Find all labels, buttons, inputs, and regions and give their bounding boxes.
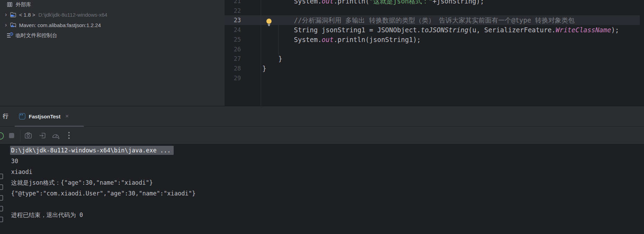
code-editor[interactable]: 21 System.out.println("这就是json格式："+jsonS… <box>225 0 644 106</box>
line-number: 25 <box>225 35 241 44</box>
clipped-console-gutter-icon[interactable] <box>0 206 3 211</box>
run-toolwindow-title: 行 <box>3 106 8 126</box>
camera-snapshot-icon[interactable] <box>25 132 32 139</box>
code-line-22: 22 <box>225 6 644 16</box>
project-tree-panel: 外部库 › < 1.8 > D:\jdk\jdk-8u112-windows-x… <box>0 0 225 106</box>
stop-icon[interactable] <box>9 133 14 138</box>
code-line-21: 21 System.out.println("这就是json格式："+jsonS… <box>225 0 644 6</box>
tree-item-label: 外部库 <box>16 1 31 8</box>
profiler-icon[interactable] <box>52 132 60 139</box>
clipped-console-gutter-icon[interactable] <box>0 184 3 190</box>
run-tab-label: FastjsonTest <box>29 114 60 119</box>
code-line-29: 29 <box>225 73 644 83</box>
code-line-28: 28 } <box>225 64 644 73</box>
clipped-console-gutter-icon[interactable] <box>0 195 3 201</box>
maven-library-icon <box>10 22 17 28</box>
clipped-console-gutter-icon[interactable] <box>0 217 3 222</box>
line-number-active: 23 <box>225 15 241 25</box>
console-line-command: D:\jdk\jdk-8u112-windows-x64\bin\java.ex… <box>11 146 174 155</box>
toolbar-separator <box>20 130 20 141</box>
tree-item-external-libraries[interactable]: 外部库 <box>0 0 225 9</box>
tree-item-label: Maven: com.alibaba:fastjson:1.2.24 <box>19 22 101 28</box>
run-toolbar <box>0 127 644 144</box>
code-line-23: 23 //分析漏洞利用 多输出 转换数据的类型（类） 告诉大家其实前面有一个@t… <box>225 15 644 25</box>
intention-bulb-icon[interactable] <box>266 18 272 26</box>
clipped-console-gutter-icon[interactable] <box>0 174 3 179</box>
more-options-icon[interactable] <box>67 131 71 140</box>
library-icon <box>6 1 13 8</box>
jdk-version-label: < 1.8 > <box>19 12 35 18</box>
line-number: 22 <box>225 6 241 16</box>
line-number: 26 <box>225 44 241 54</box>
chevron-right-icon[interactable]: › <box>3 22 8 28</box>
run-toolwindow-header: 行 FastjsonTest × <box>0 106 644 127</box>
tree-item-label: 临时文件和控制台 <box>16 32 57 39</box>
code-line-25: 25 System.out.println(jsonString1); <box>225 35 644 44</box>
tree-item-maven-fastjson[interactable]: › Maven: com.alibaba:fastjson:1.2.24 <box>0 20 225 30</box>
scratches-icon <box>6 32 13 39</box>
code-line-24: 24 String jsonString1 = JSONObject.toJSO… <box>225 25 644 35</box>
console-line: {"@type":"com.xiaodi.User","age":30,"nam… <box>11 189 195 198</box>
code-line-26: 26 <box>225 44 644 54</box>
console-line-exit-status: 进程已结束，退出代码为 0 <box>11 210 83 219</box>
rerun-icon[interactable] <box>0 132 4 140</box>
ide-window: 外部库 › < 1.8 > D:\jdk\jdk-8u112-windows-x… <box>0 0 644 234</box>
close-icon[interactable]: × <box>65 113 69 120</box>
jdk-folder-icon <box>10 11 17 18</box>
console-line: 30 <box>11 157 18 166</box>
chevron-right-icon[interactable]: › <box>3 11 8 18</box>
code-line-27: 27 } <box>225 54 644 64</box>
run-tab-fastjsontest[interactable]: FastjsonTest × <box>19 106 69 126</box>
console-line: xiaodi <box>11 167 32 176</box>
tree-item-scratches[interactable]: 临时文件和控制台 <box>0 31 225 40</box>
jdk-path-label: D:\jdk\jdk-8u112-windows-x64 <box>38 12 107 18</box>
line-number: 27 <box>225 54 241 64</box>
tree-item-jdk[interactable]: › < 1.8 > D:\jdk\jdk-8u112-windows-x64 <box>0 10 225 19</box>
line-number: 29 <box>225 73 241 83</box>
thread-dump-icon[interactable] <box>39 132 46 139</box>
selected-text: D:\jdk\jdk-8u112-windows-x64\bin\java.ex… <box>10 146 174 155</box>
line-number: 24 <box>225 25 241 35</box>
line-number: 28 <box>225 64 241 73</box>
app-window-icon <box>19 113 25 119</box>
console-line: 这就是json格式：{"age":30,"name":"xiaodi"} <box>11 178 153 187</box>
run-console-output[interactable]: D:\jdk\jdk-8u112-windows-x64\bin\java.ex… <box>0 144 644 234</box>
line-number: 21 <box>225 0 241 6</box>
